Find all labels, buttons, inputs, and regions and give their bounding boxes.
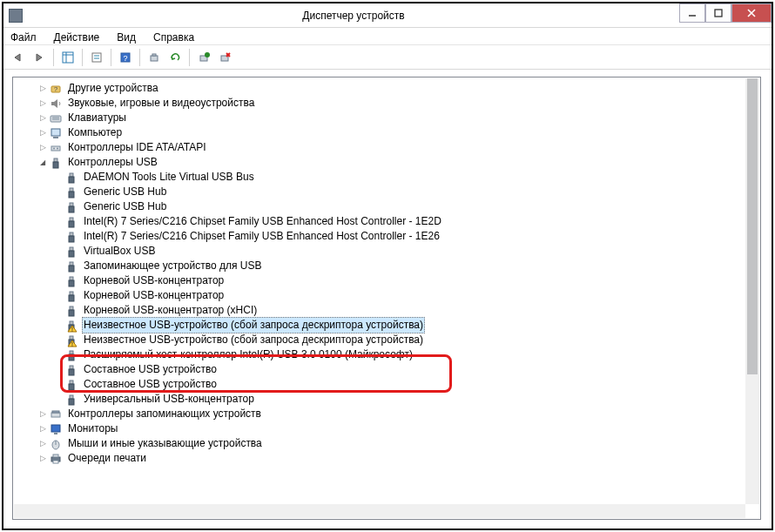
svg-rect-51 (70, 321, 73, 325)
svg-rect-13 (152, 54, 156, 56)
usb-device-icon (64, 304, 78, 318)
menu-file[interactable]: Файл (7, 30, 40, 44)
help-icon[interactable]: ? (116, 48, 135, 67)
app-icon (9, 9, 23, 23)
close-button[interactable] (731, 3, 772, 23)
tree-item[interactable]: Составное USB устройство (52, 377, 745, 392)
svg-rect-60 (69, 369, 74, 375)
back-button[interactable] (9, 48, 28, 67)
tree-category[interactable]: Мыши и иные указывающие устройства (37, 436, 745, 451)
chevron-right-icon[interactable] (37, 451, 49, 466)
tree-item[interactable]: VirtualBox USB (52, 244, 745, 259)
tree-item[interactable]: Запоминающее устройство для USB (52, 259, 745, 273)
show-hide-tree-button[interactable] (58, 48, 78, 67)
svg-rect-49 (70, 306, 73, 310)
chevron-right-icon[interactable] (37, 436, 49, 451)
titlebar[interactable]: Диспетчер устройств (3, 3, 772, 28)
tree-item[interactable]: Корневой USB-концентратор (xHCI) (52, 303, 745, 318)
svg-rect-37 (70, 218, 73, 221)
scrollbar-thumb[interactable] (747, 78, 758, 374)
tree-item-unknown-selected[interactable]: !Неизвестное USB-устройство (сбой запрос… (52, 318, 745, 333)
svg-rect-44 (69, 266, 74, 272)
menu-action[interactable]: Действие (51, 30, 104, 44)
svg-text:?: ? (123, 54, 127, 63)
tree-category[interactable]: Звуковые, игровые и видеоустройства (37, 96, 745, 111)
svg-rect-38 (69, 221, 74, 227)
update-driver-button[interactable] (165, 48, 185, 67)
chevron-right-icon[interactable] (37, 407, 49, 421)
usb-device-icon (64, 393, 78, 407)
usb-device-warning-icon: ! (64, 333, 78, 347)
tree-item[interactable]: Intel(R) 7 Series/C216 Chipset Family US… (52, 229, 745, 244)
enable-device-button[interactable] (194, 48, 213, 67)
chevron-down-icon[interactable] (37, 155, 49, 170)
svg-text:!: ! (71, 340, 73, 347)
tree-item[interactable]: Generic USB Hub (52, 185, 745, 199)
svg-rect-30 (53, 162, 58, 168)
svg-rect-48 (69, 295, 74, 301)
scan-hardware-button[interactable] (145, 48, 164, 67)
tree-category[interactable]: Компьютер (37, 125, 745, 140)
device-tree[interactable]: ? Другие устройства Звуковые, игровые и … (14, 78, 745, 518)
svg-rect-64 (69, 399, 74, 405)
svg-text:?: ? (54, 85, 58, 93)
svg-rect-41 (70, 247, 73, 251)
chevron-right-icon[interactable] (37, 421, 49, 436)
svg-rect-43 (70, 262, 73, 266)
mouse-icon (49, 437, 63, 451)
chevron-right-icon[interactable] (37, 81, 49, 96)
usb-device-icon (64, 215, 78, 229)
tree-category[interactable]: Контроллеры IDE ATA/ATAPI (37, 140, 745, 155)
tree-category-usb[interactable]: Контроллеры USB (37, 155, 745, 170)
storage-icon (49, 407, 63, 421)
chevron-right-icon[interactable] (37, 111, 49, 125)
svg-rect-39 (70, 232, 73, 236)
menu-view[interactable]: Вид (113, 30, 139, 44)
svg-rect-25 (53, 137, 58, 138)
tree-item[interactable]: Корневой USB-концентратор (52, 273, 745, 288)
forward-button[interactable] (30, 48, 49, 67)
tree-item[interactable]: Расширяемый хост-контроллер Intel(R) USB… (52, 347, 745, 362)
tree-item[interactable]: Универсальный USB-концентратор (52, 392, 745, 407)
usb-device-icon (64, 245, 78, 259)
menu-help[interactable]: Справка (150, 30, 198, 44)
tree-category[interactable]: Очереди печати (37, 451, 745, 466)
chevron-right-icon[interactable] (37, 125, 49, 140)
keyboard-icon (49, 111, 63, 125)
tree-category[interactable]: ? Другие устройства (37, 81, 745, 96)
audio-icon (49, 97, 63, 111)
tree-item[interactable]: Intel(R) 7 Series/C216 Chipset Family US… (52, 214, 745, 229)
horizontal-scrollbar[interactable] (14, 504, 745, 518)
toolbar: ? (3, 45, 772, 70)
window-frame: Диспетчер устройств Файл Действие Вид Сп… (2, 2, 773, 530)
svg-rect-36 (69, 206, 74, 212)
chevron-right-icon[interactable] (37, 140, 49, 155)
tree-item[interactable]: DAEMON Tools Lite Virtual USB Bus (52, 170, 745, 185)
svg-rect-4 (63, 52, 73, 63)
tree-category[interactable]: Клавиатуры (37, 111, 745, 125)
svg-rect-50 (69, 310, 74, 316)
tree-item[interactable]: Generic USB Hub (52, 199, 745, 214)
svg-rect-47 (70, 292, 73, 295)
other-devices-icon: ? (49, 82, 63, 96)
tree-item[interactable]: Корневой USB-концентратор (52, 288, 745, 303)
vertical-scrollbar[interactable] (745, 78, 759, 504)
maximize-button[interactable] (705, 3, 731, 23)
tree-category[interactable]: Мониторы (37, 421, 745, 436)
usb-device-icon (64, 274, 78, 288)
svg-rect-63 (70, 395, 73, 399)
tree-item[interactable]: Составное USB устройство (52, 362, 745, 377)
svg-rect-72 (53, 455, 58, 457)
svg-rect-12 (151, 56, 158, 61)
menubar: Файл Действие Вид Справка (3, 28, 772, 45)
chevron-right-icon[interactable] (37, 96, 49, 111)
uninstall-device-button[interactable] (215, 48, 234, 67)
svg-rect-65 (51, 413, 60, 417)
minimize-button[interactable] (679, 3, 705, 23)
properties-button[interactable] (87, 48, 106, 67)
tree-category[interactable]: Контроллеры запоминающих устройств (37, 407, 745, 421)
usb-device-icon (64, 171, 78, 185)
tree-item-unknown[interactable]: !Неизвестное USB-устройство (сбой запрос… (52, 333, 745, 347)
svg-rect-57 (70, 351, 73, 354)
svg-rect-59 (70, 366, 73, 369)
